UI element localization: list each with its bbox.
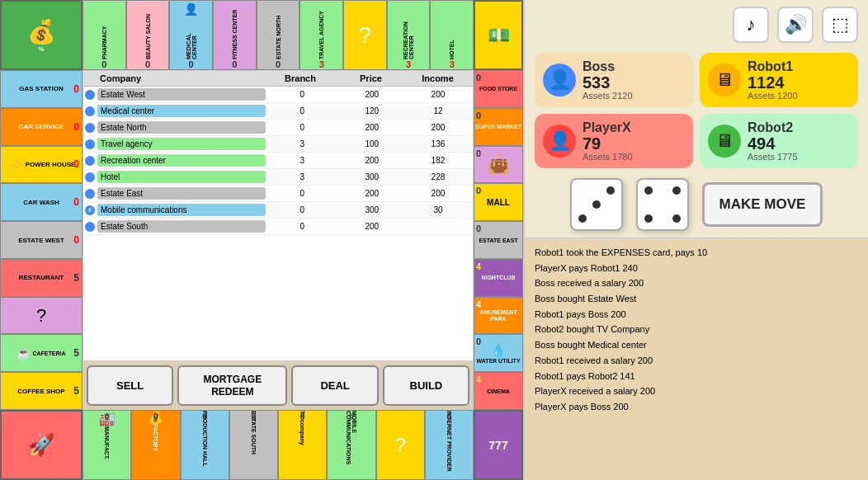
dot <box>658 214 667 223</box>
left-cell-carwash-num: 0 <box>73 196 79 208</box>
row-branch: 0 <box>266 222 339 231</box>
table-row[interactable]: Medical center 0 120 12 <box>83 103 473 120</box>
left-cell-estate-west-label: ESTATE WEST <box>18 237 64 244</box>
row-dot <box>85 189 95 199</box>
top-cell-hotel-num: 3 <box>450 59 455 69</box>
right-cell-estate-east-label: ESTATE EAST <box>479 238 517 243</box>
robot1-assets: Assets 1200 <box>748 91 798 101</box>
log-entry: Robot2 bought TV Company <box>535 322 858 337</box>
top-cell-recreation-num: 3 <box>406 59 411 69</box>
right-cell-cinema-label: CINEMA <box>487 388 510 394</box>
row-dot <box>85 106 95 116</box>
table-row[interactable]: Estate South 0 200 <box>83 219 473 235</box>
left-cell-restaurant-num: 5 <box>73 272 79 284</box>
table-row[interactable]: Estate North 0 200 200 <box>83 120 473 136</box>
table-row[interactable]: Hotel 3 300 228 <box>83 169 473 186</box>
right-cell-amusement-label: AMUSEMENT PARK <box>474 309 522 322</box>
table-row[interactable]: Estate West 0 200 200 <box>83 87 473 103</box>
row-income: 200 <box>405 123 471 132</box>
log-entry: Robot1 pays Boss 200 <box>535 307 858 322</box>
top-cell-estate-north: ESTATE NORTH 0 <box>257 0 300 70</box>
dice-1 <box>570 178 623 231</box>
player-card-robot1: 🖥 Robot1 1124 Assets 1200 <box>700 53 858 107</box>
right-cell-bag: 👜 0 <box>474 146 523 184</box>
log-entry: Robot1 pays Robot2 141 <box>535 369 858 384</box>
corner-bl: 🚀 <box>0 410 83 480</box>
music-button[interactable]: ♪ <box>733 7 769 43</box>
top-cell-question: ? <box>343 0 387 70</box>
row-branch: 0 <box>266 189 339 198</box>
right-cell-cinema-num: 4 <box>476 374 481 384</box>
game-log: Robot1 took the EXPENSES card, pays 10 P… <box>525 238 868 480</box>
left-cell-carservice-label: CAR SERVICE <box>19 123 64 130</box>
dot <box>592 186 601 195</box>
make-move-button[interactable]: MAKE MOVE <box>702 182 823 227</box>
top-cell-travel-label: TRAVEL AGENCY <box>318 2 324 59</box>
dot <box>672 186 681 195</box>
log-entry: PlayerX pays Boss 200 <box>535 399 858 415</box>
table-header: Company Branch Price Income <box>83 71 473 87</box>
sell-button[interactable]: SELL <box>87 365 173 406</box>
sound-button[interactable]: 🔊 <box>777 7 814 43</box>
bottom-cell-internet: 0 INTERNET PROVIDER <box>425 410 474 480</box>
dot <box>578 186 587 195</box>
robot1-name: Robot1 <box>748 59 798 74</box>
left-cell-restaurant: RESTAURANT 5 <box>0 259 83 297</box>
row-income: 30 <box>405 205 471 214</box>
build-button[interactable]: BUILD <box>383 365 469 406</box>
corner-br: 777 <box>474 410 523 480</box>
left-cell-cafeteria-label: CAFETERIA <box>32 351 65 356</box>
row-branch: 0 <box>266 106 339 115</box>
toolbar: ♪ 🔊 ⬚ <box>525 0 868 49</box>
bottom-cell-manufact-label: MANUFACT. <box>104 426 110 478</box>
left-cell-gas: GAS STATION 0 <box>0 70 83 108</box>
row-branch: 0 <box>266 123 339 132</box>
left-cell-coffee-label: COFFEE SHOP <box>17 388 64 395</box>
boss-name: Boss <box>583 59 633 74</box>
top-cell-medical-label: MEDICAL CENTER <box>186 16 197 59</box>
avatar-playerx: 👤 <box>543 125 576 158</box>
playerx-assets: Assets 1780 <box>583 152 633 162</box>
robot1-money: 1124 <box>748 74 798 91</box>
left-cell-gas-num: 0 <box>73 83 79 95</box>
row-branch: 3 <box>266 139 339 148</box>
log-entry: Robot1 took the EXPENSES card, pays 10 <box>535 245 858 261</box>
bottom-cell-estate-south: 0 ESTATE SOUTH <box>229 410 278 480</box>
avatar-playerx-icon: 👤 <box>549 130 571 152</box>
boss-assets: Assets 2120 <box>583 91 633 101</box>
corner-tl-icon: 💰 <box>27 18 56 45</box>
left-cell-carwash: CAR WASH 0 <box>0 183 83 221</box>
table-row[interactable]: Travel agency 3 100 136 <box>83 136 473 153</box>
playerx-name: PlayerX <box>583 120 633 135</box>
bottom-cell-mobile: # MOBILE COMMUNICATIONS <box>327 410 375 480</box>
avatar-robot1-icon: 🖥 <box>715 69 734 91</box>
top-cell-fitness-num: 0 <box>232 59 237 69</box>
right-cell-food-store: FOOD STORE 0 <box>474 70 523 108</box>
row-name: Estate South <box>97 220 266 233</box>
company-table: Company Branch Price Income Estate West … <box>83 70 474 361</box>
row-dot <box>85 172 95 182</box>
avatar-robot2: 🖥 <box>708 125 741 158</box>
right-cell-amusement: AMUSEMENT PARK 4 <box>474 297 523 335</box>
deal-button[interactable]: DEAL <box>291 365 378 406</box>
top-cell-medical: 👤 MEDICAL CENTER 0 <box>169 0 213 70</box>
boss-money: 533 <box>583 74 633 91</box>
dot <box>592 200 601 209</box>
left-cell-carservice-num: 0 <box>73 121 79 133</box>
left-cell-cafeteria: ☕ CAFETERIA 5 <box>0 334 83 372</box>
row-branch: 0 <box>266 90 339 99</box>
top-cell-pharmacy-num: 0 <box>101 59 106 69</box>
top-cell-estate-north-label: ESTATE NORTH <box>276 2 281 59</box>
corner-tr: 💵 <box>474 0 523 70</box>
table-row[interactable]: Recreation center 3 200 182 <box>83 153 473 169</box>
table-row[interactable]: # Mobile communications 0 300 30 <box>83 202 473 219</box>
dot <box>672 200 681 209</box>
log-entry: Robot1 received a salary 200 <box>535 353 858 369</box>
table-row[interactable]: Estate East 0 200 200 <box>83 186 473 202</box>
right-cell-water-label: WATER UTILITY <box>476 358 520 365</box>
top-cell-question-icon: ? <box>359 22 372 49</box>
col-header-branch: Branch <box>263 73 337 83</box>
exit-button[interactable]: ⬚ <box>822 7 858 43</box>
mortgage-redeem-button[interactable]: MORTGAGEREDEEM <box>177 365 287 406</box>
row-price: 200 <box>339 123 405 132</box>
